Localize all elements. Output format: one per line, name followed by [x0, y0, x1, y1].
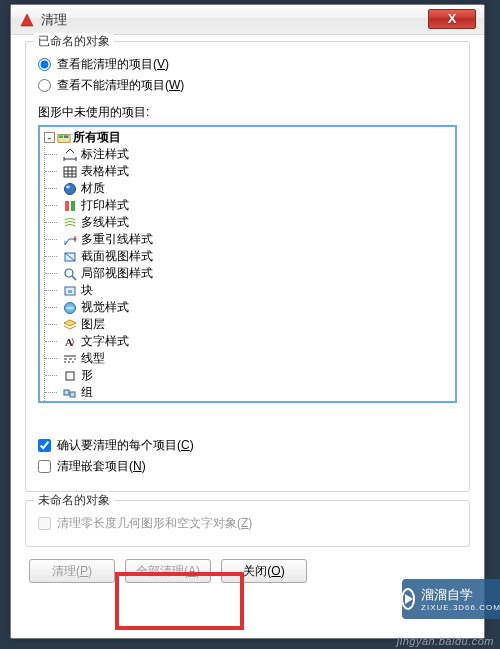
watermark: jingyan.baidu.com: [397, 635, 494, 647]
tree-item[interactable]: 表格样式: [45, 163, 453, 180]
tree-item[interactable]: 线型: [45, 350, 453, 367]
svg-point-4: [65, 183, 76, 194]
svg-rect-1: [59, 135, 63, 138]
radio-view-nonpurgeable-label: 查看不能清理的项目(W): [57, 77, 184, 94]
tree-item[interactable]: 打印样式: [45, 197, 453, 214]
radio-view-purgeable[interactable]: 查看能清理的项目(V): [38, 56, 457, 73]
svg-rect-6: [65, 201, 69, 211]
dialog-content: 已命名的对象 查看能清理的项目(V) 查看不能清理的项目(W) 图形中未使用的项…: [11, 35, 484, 593]
svg-rect-2: [64, 135, 68, 138]
tree-item[interactable]: 标注样式: [45, 146, 453, 163]
detailview-icon: [63, 267, 77, 281]
radio-view-nonpurgeable[interactable]: 查看不能清理的项目(W): [38, 77, 457, 94]
tree-item[interactable]: 图层: [45, 316, 453, 333]
radio-view-purgeable-input[interactable]: [38, 58, 51, 71]
group-icon: [63, 386, 77, 400]
mleaderstyle-icon: [63, 233, 77, 247]
tablestyle-icon: [63, 165, 77, 179]
svg-rect-16: [64, 390, 69, 395]
titlebar[interactable]: 清理 X: [11, 5, 484, 35]
shape-icon: [63, 369, 77, 383]
tree-item[interactable]: A文字样式: [45, 333, 453, 350]
named-objects-legend: 已命名的对象: [34, 33, 114, 50]
check-zero-length: 清理零长度几何图形和空文字对象(Z): [38, 515, 457, 532]
window-title: 清理: [41, 11, 67, 29]
tree-heading: 图形中未使用的项目:: [38, 104, 457, 121]
check-zero-length-label: 清理零长度几何图形和空文字对象(Z): [57, 515, 252, 532]
folder-icon: [57, 131, 71, 145]
material-icon: [63, 182, 77, 196]
svg-rect-15: [66, 372, 74, 380]
tree-panel[interactable]: - 所有项目 标注样式 表格样式 材质 打印样式 多线样式: [38, 125, 457, 403]
play-icon: [401, 588, 415, 610]
collapse-icon[interactable]: -: [44, 132, 55, 143]
visualstyle-icon: [63, 301, 77, 315]
plotstyle-icon: [63, 199, 77, 213]
branding-text: 溜溜自学 ZIXUE.3D66.COM: [421, 586, 500, 612]
check-purge-nested-label: 清理嵌套项目(N): [57, 458, 146, 475]
tree-item[interactable]: 组: [45, 384, 453, 401]
app-icon: [19, 12, 35, 28]
check-purge-nested[interactable]: 清理嵌套项目(N): [38, 458, 457, 475]
close-button[interactable]: 关闭(O): [221, 559, 307, 583]
check-zero-length-input: [38, 517, 51, 530]
unnamed-objects-group: 未命名的对象 清理零长度几何图形和空文字对象(Z): [25, 500, 470, 547]
svg-text:A: A: [65, 336, 73, 348]
svg-point-5: [66, 185, 70, 188]
linetype-icon: [63, 352, 77, 366]
block-icon: [63, 284, 77, 298]
tree-item[interactable]: 局部视图样式: [45, 265, 453, 282]
tree-item[interactable]: 多线样式: [45, 214, 453, 231]
sectionview-icon: [63, 250, 77, 264]
svg-rect-17: [70, 392, 75, 397]
svg-point-10: [65, 269, 73, 277]
branding-badge: 溜溜自学 ZIXUE.3D66.COM: [402, 579, 500, 619]
tree-item[interactable]: 截面视图样式: [45, 248, 453, 265]
tree-item[interactable]: 多重引线样式: [45, 231, 453, 248]
tree-root[interactable]: - 所有项目: [44, 129, 453, 146]
svg-rect-7: [71, 201, 75, 211]
window-close-button[interactable]: X: [428, 9, 476, 29]
mlinestyle-icon: [63, 216, 77, 230]
svg-rect-12: [68, 290, 72, 293]
tree-root-label: 所有项目: [73, 129, 121, 146]
check-confirm-each-input[interactable]: [38, 439, 51, 452]
tree-item[interactable]: 形: [45, 367, 453, 384]
radio-view-nonpurgeable-input[interactable]: [38, 79, 51, 92]
unnamed-objects-legend: 未命名的对象: [34, 492, 114, 509]
tree-item[interactable]: 块: [45, 282, 453, 299]
dimstyle-icon: [63, 148, 77, 162]
check-purge-nested-input[interactable]: [38, 460, 51, 473]
tree: - 所有项目 标注样式 表格样式 材质 打印样式 多线样式: [42, 129, 453, 401]
dialog-window: 清理 X 已命名的对象 查看能清理的项目(V) 查看不能清理的项目(W) 图形中…: [10, 4, 485, 639]
tree-children: 标注样式 表格样式 材质 打印样式 多线样式 多重引线样式 截面视图样式 局部视…: [44, 146, 453, 401]
radio-view-purgeable-label: 查看能清理的项目(V): [57, 56, 169, 73]
purge-button[interactable]: 清理(P): [29, 559, 115, 583]
tree-item[interactable]: 材质: [45, 180, 453, 197]
layer-icon: [63, 318, 77, 332]
textstyle-icon: A: [63, 335, 77, 349]
svg-point-8: [74, 237, 77, 240]
tree-item[interactable]: 视觉样式: [45, 299, 453, 316]
svg-rect-3: [64, 167, 76, 177]
purge-all-button[interactable]: 全部清理(A): [125, 559, 211, 583]
named-objects-group: 已命名的对象 查看能清理的项目(V) 查看不能清理的项目(W) 图形中未使用的项…: [25, 41, 470, 492]
check-confirm-each-label: 确认要清理的每个项目(C): [57, 437, 194, 454]
check-confirm-each[interactable]: 确认要清理的每个项目(C): [38, 437, 457, 454]
